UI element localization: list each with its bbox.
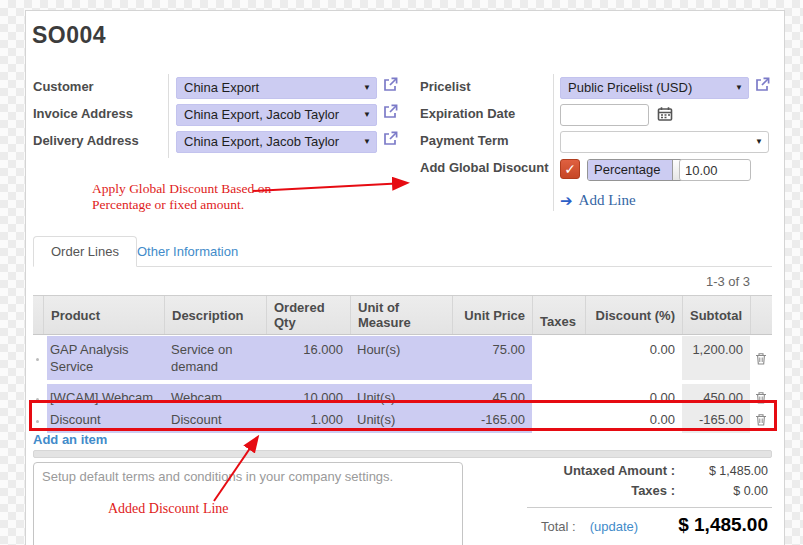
delete-row-button[interactable] — [750, 336, 772, 382]
payment-term-select[interactable]: ▼ — [560, 131, 769, 153]
expiration-date-label: Expiration Date — [420, 106, 515, 121]
calendar-icon[interactable] — [657, 106, 673, 126]
invoice-address-value: China Export, Jacob Taylor — [184, 107, 339, 122]
invoice-address-select[interactable]: China Export, Jacob Taylor ▼ — [176, 104, 377, 126]
discount-row-highlight-box — [29, 400, 777, 431]
pricelist-value: Public Pricelist (USD) — [568, 80, 692, 95]
untaxed-amount-value: $ 1,485.00 — [675, 464, 772, 478]
col-ordered-qty[interactable]: Ordered Qty — [266, 296, 350, 334]
untaxed-amount-label: Untaxed Amount : — [527, 463, 675, 478]
row-drag-handle[interactable] — [33, 336, 47, 382]
totals-divider — [527, 507, 772, 508]
cell-product: GAP Analysis Service — [43, 336, 164, 382]
delivery-address-value: China Export, Jacob Taylor — [184, 134, 339, 149]
col-unit-price[interactable]: Unit Price — [452, 296, 532, 334]
total-label: Total : — [541, 519, 576, 534]
totals-panel: Untaxed Amount : $ 1,485.00 Taxes : $ 0.… — [527, 458, 772, 536]
chevron-down-icon: ▼ — [363, 111, 371, 119]
chevron-down-icon: ▼ — [755, 138, 763, 146]
delivery-address-select[interactable]: China Export, Jacob Taylor ▼ — [176, 131, 377, 153]
chevron-down-icon: ▼ — [735, 84, 743, 92]
right-label-divider — [553, 74, 554, 211]
col-delete — [750, 296, 772, 334]
table-footer-bar — [33, 450, 772, 458]
customer-external-link-icon[interactable] — [382, 76, 399, 97]
add-line-label: Add Line — [579, 192, 636, 209]
invoice-address-external-link-icon[interactable] — [382, 103, 399, 124]
col-subtotal[interactable]: Subtotal — [682, 296, 750, 334]
invoice-address-label: Invoice Address — [33, 106, 133, 121]
annotation-line2: Percentage or fixed amount. — [92, 197, 272, 213]
cell-subtotal: 1,200.00 — [682, 336, 750, 382]
delivery-address-external-link-icon[interactable] — [382, 130, 399, 151]
terms-conditions-textarea[interactable] — [33, 462, 463, 545]
customer-value: China Export — [184, 80, 259, 95]
page-title: SO004 — [32, 22, 106, 49]
trash-icon — [755, 352, 767, 365]
customer-select[interactable]: China Export ▼ — [176, 77, 377, 99]
cell-uom: Hour(s) — [350, 336, 452, 382]
col-taxes[interactable]: Taxes — [532, 296, 585, 334]
check-icon: ✓ — [564, 161, 576, 177]
col-unit-of-measure[interactable]: Unit of Measure — [350, 296, 452, 334]
untaxed-amount-row: Untaxed Amount : $ 1,485.00 — [527, 463, 772, 478]
update-total-link[interactable]: (update) — [590, 519, 638, 534]
page-canvas: SO004 Customer China Export ▼ Invoice Ad… — [0, 0, 803, 545]
order-line-row-1[interactable]: GAP Analysis Service Service on demand 1… — [33, 336, 772, 382]
taxes-row: Taxes : $ 0.00 — [527, 483, 772, 498]
cell-discount: 0.00 — [585, 336, 682, 382]
pager: 1-3 of 3 — [650, 274, 750, 289]
taxes-label: Taxes : — [527, 483, 675, 498]
cell-taxes — [532, 336, 585, 382]
add-an-item-label: Add an item — [33, 432, 107, 447]
global-discount-checkbox[interactable]: ✓ — [560, 159, 580, 179]
taxes-value: $ 0.00 — [675, 484, 772, 498]
pricelist-select[interactable]: Public Pricelist (USD) ▼ — [560, 77, 749, 99]
discount-value-input[interactable] — [679, 159, 751, 181]
annotation-discount-line: Added Discount Line — [108, 501, 229, 517]
chevron-down-icon: ▼ — [363, 84, 371, 92]
annotation-global-discount: Apply Global Discount Based on Percentag… — [92, 181, 272, 213]
annotation-line1: Apply Global Discount Based on — [92, 181, 272, 197]
total-value: $ 1,485.00 — [678, 514, 772, 536]
drag-dot-icon — [36, 358, 39, 361]
col-discount[interactable]: Discount (%) — [585, 296, 682, 334]
customer-label: Customer — [33, 79, 94, 94]
payment-term-label: Payment Term — [420, 133, 509, 148]
tab-order-lines[interactable]: Order Lines — [33, 236, 137, 267]
arrow-right-icon: ➔ — [560, 193, 573, 208]
discount-type-select[interactable]: Percentage ▼ — [587, 159, 691, 181]
add-line-link[interactable]: ➔ Add Line — [560, 192, 636, 209]
left-label-divider — [168, 74, 169, 158]
global-discount-label: Add Global Disocunt — [420, 160, 549, 175]
tab-other-information[interactable]: Other Information — [137, 244, 238, 259]
chevron-down-icon: ▼ — [363, 138, 371, 146]
cell-qty: 16.000 — [266, 336, 350, 382]
col-description[interactable]: Description — [164, 296, 266, 334]
discount-type-value: Percentage — [588, 160, 672, 180]
add-an-item-link[interactable]: Add an item — [33, 432, 107, 447]
order-lines-header: Product Description Ordered Qty Unit of … — [33, 295, 772, 335]
delivery-address-label: Delivery Address — [33, 133, 139, 148]
total-row: Total : (update) $ 1,485.00 — [527, 514, 772, 536]
col-product[interactable]: Product — [43, 296, 164, 334]
cell-description: Service on demand — [164, 336, 266, 382]
expiration-date-input[interactable] — [560, 104, 649, 126]
pricelist-external-link-icon[interactable] — [754, 76, 771, 97]
cell-price: 75.00 — [452, 336, 532, 382]
pricelist-label: Pricelist — [420, 79, 471, 94]
